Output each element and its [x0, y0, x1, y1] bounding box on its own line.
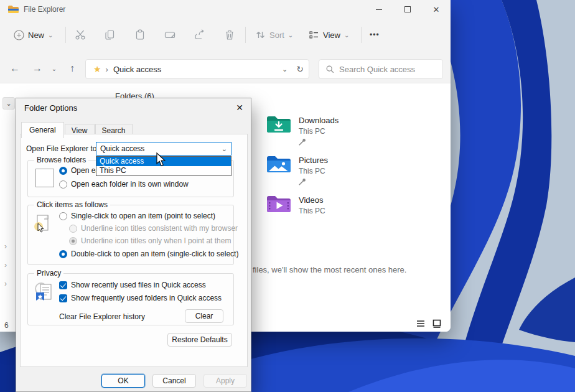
breadcrumb[interactable]: Quick access: [113, 65, 161, 74]
minimize-icon: [376, 9, 382, 10]
tab-general[interactable]: General: [21, 122, 64, 138]
clear-button[interactable]: Clear: [185, 309, 223, 323]
maximize-button[interactable]: [393, 0, 422, 19]
folder-location: This PC: [299, 207, 325, 215]
address-bar[interactable]: ★ › Quick access ⌄ ↻: [85, 59, 309, 79]
search-input[interactable]: [339, 65, 432, 74]
tree-expand-chevron[interactable]: ›: [4, 279, 7, 288]
radio-underline-consistent[interactable]: Underline icon titles consistent with my…: [69, 224, 238, 233]
radio-single-click[interactable]: Single-click to open an item (point to s…: [59, 212, 215, 220]
checkbox-label: Show recently used files in Quick access: [71, 281, 206, 289]
delete-button[interactable]: [217, 24, 243, 46]
browse-folders-icon: [35, 169, 54, 187]
radio-label: Double-click to open an item (single-cli…: [71, 250, 238, 258]
folder-location: This PC: [299, 167, 325, 175]
folder-name: Pictures: [299, 156, 328, 165]
up-button[interactable]: ↑: [62, 58, 82, 78]
trash-icon: [224, 29, 235, 40]
checkbox-frequent-folders[interactable]: Show frequently used folders in Quick ac…: [59, 294, 222, 302]
folder-name: Downloads: [299, 116, 339, 125]
quick-access-star-icon: ★: [93, 64, 101, 74]
close-button[interactable]: ✕: [422, 0, 451, 19]
toolbar-separator: [65, 27, 66, 43]
more-options-button[interactable]: •••: [365, 24, 385, 46]
new-button[interactable]: New ⌄: [9, 24, 58, 46]
chevron-down-icon: ⌄: [344, 32, 349, 39]
radio-double-click[interactable]: Double-click to open an item (single-cli…: [59, 250, 238, 258]
chevron-down-icon: ⌄: [48, 32, 53, 39]
checkbox-label: Show frequently used folders in Quick ac…: [71, 294, 222, 302]
radio-label: Single-click to open an item (point to s…: [71, 212, 215, 220]
group-legend: Browse folders: [34, 156, 88, 164]
large-icons-view-toggle[interactable]: [432, 319, 442, 329]
search-box[interactable]: [319, 59, 443, 79]
pictures-folder-icon: [266, 154, 291, 174]
radio-control: [59, 167, 67, 175]
view-button[interactable]: View ⌄: [304, 24, 354, 46]
search-icon: [325, 65, 334, 73]
radio-label: Open each folder in its own window: [71, 180, 189, 189]
radio-control: [59, 250, 67, 258]
command-bar: New ⌄: [0, 19, 451, 51]
clear-history-label: Clear File Explorer history: [59, 312, 145, 321]
window-controls: ✕: [365, 0, 451, 19]
tree-expand-chevron[interactable]: ›: [4, 261, 7, 269]
pin-icon: [299, 138, 306, 146]
click-items-group: Click items as follows Single-click to o…: [27, 205, 234, 265]
recent-locations-chevron[interactable]: ⌄: [47, 58, 61, 78]
radio-label: Underline icon titles only when I point …: [81, 236, 231, 245]
apply-button[interactable]: Apply: [203, 374, 247, 388]
group-legend: Privacy: [34, 269, 63, 278]
back-button[interactable]: ←: [5, 58, 25, 78]
ok-button[interactable]: OK: [101, 374, 145, 388]
dialog-close-button[interactable]: ✕: [233, 101, 246, 114]
toolbar-separator: [361, 27, 362, 43]
privacy-icon: [33, 281, 54, 305]
window-title: File Explorer: [24, 5, 65, 14]
cancel-button[interactable]: Cancel: [152, 374, 196, 388]
copy-icon: [105, 29, 116, 40]
copy-button[interactable]: [97, 24, 123, 46]
chevron-right-icon: ›: [106, 65, 108, 74]
refresh-icon[interactable]: ↻: [296, 64, 304, 74]
close-icon: ✕: [433, 5, 440, 14]
title-bar: File Explorer ✕: [0, 0, 451, 19]
videos-folder-icon: [266, 194, 291, 214]
radio-control: [69, 225, 77, 233]
rename-icon: [164, 29, 176, 40]
toolbar-separator: [245, 27, 246, 43]
radio-control: [59, 212, 67, 220]
folder-tile-pictures[interactable]: Pictures This PC: [266, 154, 428, 190]
view-label: View: [323, 30, 340, 40]
mouse-cursor: [156, 152, 167, 167]
status-bar-item-count: 6: [4, 321, 9, 330]
folder-tile-downloads[interactable]: Downloads This PC: [266, 114, 428, 151]
group-legend: Click items as follows: [34, 200, 110, 209]
share-button[interactable]: [187, 24, 213, 46]
share-icon: [194, 29, 205, 40]
rename-button[interactable]: [157, 24, 183, 46]
folder-tile-videos[interactable]: Videos This PC: [266, 194, 428, 230]
sort-button[interactable]: Sort ⌄: [250, 24, 298, 46]
forward-button[interactable]: →: [27, 58, 47, 78]
restore-defaults-button[interactable]: Restore Defaults: [167, 333, 232, 347]
click-items-icon: [33, 214, 52, 241]
nav-pane-collapse-chevron[interactable]: ⌄: [2, 97, 15, 110]
cut-button[interactable]: [67, 24, 93, 46]
dropdown-option-this-pc[interactable]: This PC: [96, 166, 231, 175]
radio-underline-point[interactable]: Underline icon titles only when I point …: [69, 236, 231, 245]
tree-expand-chevron[interactable]: ›: [4, 242, 7, 251]
minimize-button[interactable]: [365, 0, 393, 19]
view-toggles: [416, 319, 442, 329]
folder-name: Videos: [299, 195, 324, 205]
folder-options-dialog: Folder Options ✕ General View Search Ope…: [16, 98, 251, 392]
paste-button[interactable]: [127, 24, 153, 46]
paste-icon: [134, 29, 146, 40]
details-view-toggle[interactable]: [416, 319, 426, 329]
address-dropdown-chevron[interactable]: ⌄: [282, 65, 288, 73]
folder-app-icon: [7, 5, 19, 14]
view-icon: [309, 30, 319, 40]
checkbox-recent-files[interactable]: Show recently used files in Quick access: [59, 281, 206, 289]
radio-own-window[interactable]: Open each folder in its own window: [59, 180, 189, 189]
radio-label: Underline icon titles consistent with my…: [81, 224, 238, 233]
